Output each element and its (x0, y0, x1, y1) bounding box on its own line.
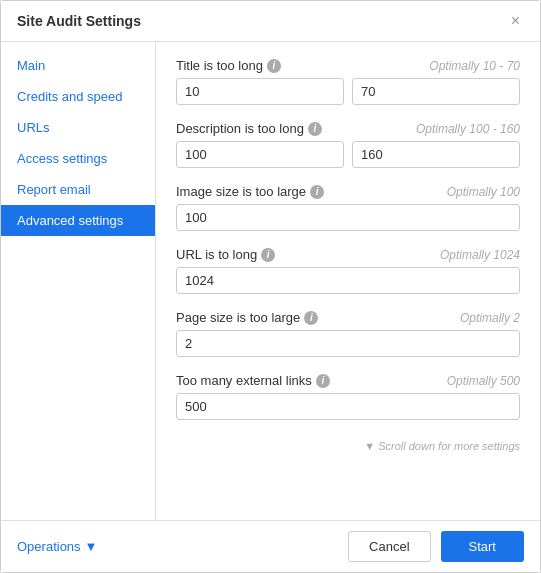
field-hint-page-size-too-large: Optimally 2 (460, 311, 520, 325)
field-label-description-too-long: Description is too long i (176, 121, 322, 136)
scroll-hint: ▼ Scroll down for more settings (176, 436, 520, 452)
input-title-too-long-0[interactable] (176, 78, 344, 105)
info-icon-description-too-long: i (308, 122, 322, 136)
field-page-size-too-large: Page size is too large iOptimally 2 (176, 310, 520, 357)
input-description-too-long-1[interactable] (352, 141, 520, 168)
field-hint-title-too-long: Optimally 10 - 70 (429, 59, 520, 73)
sidebar-item-access-settings[interactable]: Access settings (1, 143, 155, 174)
field-label-title-too-long: Title is too long i (176, 58, 281, 73)
sidebar-item-urls[interactable]: URLs (1, 112, 155, 143)
field-label-image-size-too-large: Image size is too large i (176, 184, 324, 199)
dialog-header: Site Audit Settings × (1, 1, 540, 42)
info-icon-title-too-long: i (267, 59, 281, 73)
sidebar-item-main[interactable]: Main (1, 50, 155, 81)
info-icon-page-size-too-large: i (304, 311, 318, 325)
field-hint-description-too-long: Optimally 100 - 160 (416, 122, 520, 136)
footer-actions: Cancel Start (348, 531, 524, 562)
dialog-title: Site Audit Settings (17, 13, 141, 29)
input-too-many-external-links[interactable] (176, 393, 520, 420)
sidebar: MainCredits and speedURLsAccess settings… (1, 42, 156, 520)
site-audit-settings-dialog: Site Audit Settings × MainCredits and sp… (0, 0, 541, 573)
close-button[interactable]: × (507, 11, 524, 31)
field-label-url-too-long: URL is to long i (176, 247, 275, 262)
input-url-too-long[interactable] (176, 267, 520, 294)
field-url-too-long: URL is to long iOptimally 1024 (176, 247, 520, 294)
operations-label: Operations (17, 539, 81, 554)
dialog-footer: Operations ▼ Cancel Start (1, 520, 540, 572)
field-title-too-long: Title is too long iOptimally 10 - 70 (176, 58, 520, 105)
input-image-size-too-large[interactable] (176, 204, 520, 231)
input-description-too-long-0[interactable] (176, 141, 344, 168)
start-button[interactable]: Start (441, 531, 524, 562)
field-label-page-size-too-large: Page size is too large i (176, 310, 318, 325)
info-icon-url-too-long: i (261, 248, 275, 262)
field-hint-too-many-external-links: Optimally 500 (447, 374, 520, 388)
field-label-too-many-external-links: Too many external links i (176, 373, 330, 388)
dialog-body: MainCredits and speedURLsAccess settings… (1, 42, 540, 520)
info-icon-too-many-external-links: i (316, 374, 330, 388)
cancel-button[interactable]: Cancel (348, 531, 430, 562)
operations-button[interactable]: Operations ▼ (17, 539, 97, 554)
field-hint-url-too-long: Optimally 1024 (440, 248, 520, 262)
field-too-many-external-links: Too many external links iOptimally 500 (176, 373, 520, 420)
sidebar-item-advanced-settings[interactable]: Advanced settings (1, 205, 155, 236)
main-content: Title is too long iOptimally 10 - 70Desc… (156, 42, 540, 520)
input-title-too-long-1[interactable] (352, 78, 520, 105)
field-hint-image-size-too-large: Optimally 100 (447, 185, 520, 199)
input-page-size-too-large[interactable] (176, 330, 520, 357)
sidebar-item-report-email[interactable]: Report email (1, 174, 155, 205)
chevron-down-icon: ▼ (85, 539, 98, 554)
field-image-size-too-large: Image size is too large iOptimally 100 (176, 184, 520, 231)
info-icon-image-size-too-large: i (310, 185, 324, 199)
field-description-too-long: Description is too long iOptimally 100 -… (176, 121, 520, 168)
sidebar-item-credits-speed[interactable]: Credits and speed (1, 81, 155, 112)
